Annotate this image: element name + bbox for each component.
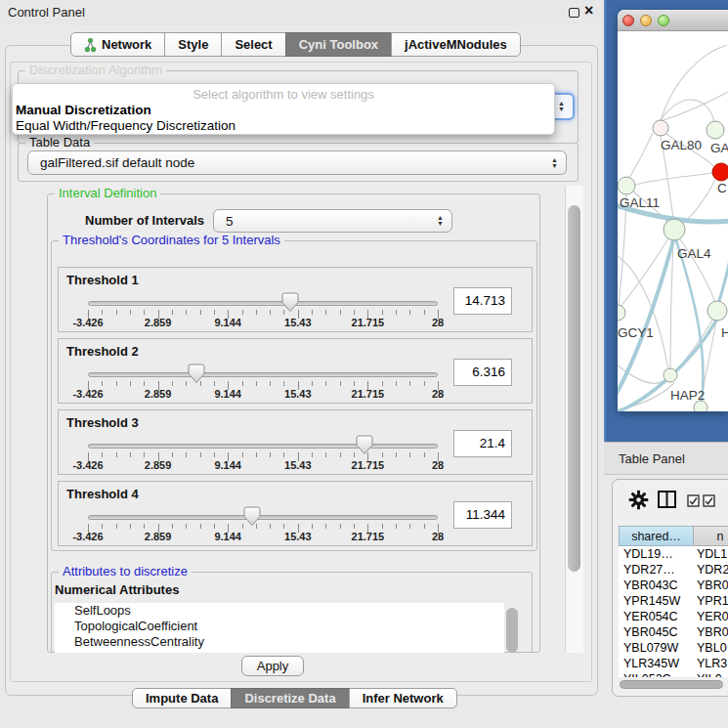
slider-handle[interactable] [356, 435, 373, 455]
algorithm-option-equal-width-frequency[interactable]: Equal Width/Frequency Discretization [16, 118, 236, 133]
slider-handle[interactable] [281, 292, 299, 313]
network-node-gcy1[interactable] [618, 305, 625, 321]
control-panel: Control Panel × NetworkStyleSelectCyni T… [0, 0, 604, 728]
axis-tick [312, 524, 313, 529]
axis-tick [354, 381, 355, 386]
table-data-select[interactable]: galFiltered.sif default node ▲▼ [27, 150, 567, 175]
panel-scrollbar-thumb[interactable] [568, 205, 580, 572]
table-row[interactable]: YBR043CYBR0 [619, 578, 728, 593]
tab-jactivemnodules[interactable]: jActiveMNodules [391, 32, 521, 57]
slider-track[interactable] [88, 372, 438, 377]
table-cell: YER0 [694, 609, 728, 624]
table-row[interactable]: YBL079WYBL0 [619, 640, 728, 656]
network-node-gal11[interactable] [618, 177, 635, 194]
axis-tick [382, 524, 383, 529]
axis-tick [256, 381, 257, 386]
spinner-arrows-icon[interactable]: ▲▼ [437, 215, 444, 227]
checkbox-checked-icon[interactable] [687, 494, 700, 507]
numerical-attributes-list: SelfLoopsTopologicalCoefficientBetweenne… [55, 603, 504, 653]
slider-handle[interactable] [188, 364, 205, 384]
tab-label: jActiveMNodules [405, 37, 507, 52]
axis-tick [325, 381, 326, 386]
split-panel-icon[interactable] [657, 490, 677, 509]
table-cell: YBR043C [619, 578, 694, 593]
axis-tick [409, 310, 410, 315]
tab-impute-data[interactable]: Impute Data [132, 688, 232, 708]
axis-tick [130, 452, 131, 457]
axis-tick-label: 9.144 [204, 388, 251, 400]
spinner-arrows-icon[interactable]: ▲▼ [558, 101, 565, 112]
network-node-h[interactable] [707, 301, 727, 321]
column-header-shared[interactable]: shared… [619, 526, 694, 546]
table-row[interactable]: YIL052CYIL0 [619, 671, 728, 677]
table-row[interactable]: YDL19…YDL1 [619, 546, 728, 562]
checkbox-checked-icon[interactable] [703, 494, 715, 507]
tab-cyni-toolbox[interactable]: Cyni Toolbox [285, 32, 392, 57]
table-hscrollbar[interactable] [619, 680, 728, 690]
spinner-arrows-icon[interactable]: ▲▼ [551, 157, 558, 169]
algorithm-option-manual-discretization[interactable]: Manual Discretization [16, 103, 151, 117]
network-node-hap2[interactable] [664, 368, 677, 382]
table-cell: YDL1 [694, 546, 728, 562]
axis-tick [256, 310, 257, 315]
axis-tick [102, 524, 103, 529]
table-row[interactable]: YDR27…YDR2 [619, 562, 728, 578]
network-canvas[interactable]: GAL80GACGAL11GAL4GCY1HHAP2 [618, 31, 728, 411]
tab-infer-network[interactable]: Infer Network [349, 688, 457, 708]
node-label: GA [710, 141, 728, 155]
scrollbar-thumb[interactable] [506, 608, 518, 653]
threshold-value-field[interactable]: 11.344 [453, 501, 512, 529]
table-row[interactable]: YBR045CYBR0 [619, 624, 728, 640]
mac-zoom-icon[interactable] [658, 15, 669, 26]
network-node-ga[interactable] [707, 121, 724, 139]
slider-track[interactable] [88, 301, 438, 306]
slider-track[interactable] [88, 515, 438, 520]
column-header-name[interactable]: n [693, 526, 728, 546]
axis-tick-label: 2.859 [135, 388, 182, 400]
table-row[interactable]: YPR145WYPR1 [619, 593, 728, 609]
axis-tick [424, 310, 425, 315]
tab-select[interactable]: Select [221, 32, 285, 57]
slider-handle[interactable] [243, 506, 261, 527]
attribute-item[interactable]: BetweennessCentrality [55, 634, 504, 650]
axis-tick [396, 452, 397, 457]
axis-tick [283, 524, 284, 529]
attribute-item[interactable]: SelfLoops [55, 603, 504, 619]
mac-minimize-icon[interactable] [640, 15, 652, 26]
algorithm-popup-hint: Select algorithm to view settings [13, 87, 554, 102]
threshold-value-field[interactable]: 6.316 [453, 359, 512, 386]
threshold-label: Threshold 1 [66, 273, 139, 287]
attributes-list-scrollbar[interactable] [506, 608, 518, 653]
slider-track[interactable] [88, 444, 438, 449]
table-row[interactable]: YER054CYER0 [619, 609, 728, 624]
mac-close-icon[interactable] [622, 15, 634, 26]
tab-style[interactable]: Style [164, 32, 222, 57]
tab-discretize-data[interactable]: Discretize Data [231, 688, 349, 708]
network-window: GAL80GACGAL11GAL4GCY1HHAP2 [618, 10, 728, 411]
network-node-gal80[interactable] [653, 120, 668, 136]
gear-icon[interactable] [628, 490, 649, 510]
network-icon [84, 37, 97, 53]
axis-tick [116, 310, 117, 315]
table-data-selected-value: galFiltered.sif default node [40, 155, 194, 170]
network-node-c[interactable] [712, 163, 728, 181]
threshold-value-field[interactable]: 14.713 [453, 287, 512, 315]
float-window-icon[interactable] [569, 8, 579, 18]
axis-tick [130, 524, 131, 529]
table-row[interactable]: YLR345WYLR3 [619, 656, 728, 671]
close-icon[interactable]: × [584, 2, 593, 20]
network-node[interactable] [694, 401, 707, 411]
attribute-item[interactable]: TopologicalCoefficient [55, 619, 504, 634]
discretization-algorithm-group-title: Discretization Algorithm [25, 63, 166, 77]
tab-network[interactable]: Network [70, 32, 165, 57]
network-window-titlebar[interactable] [618, 10, 728, 31]
table-cell: YBL0 [694, 640, 728, 656]
axis-tick [312, 452, 313, 457]
table-header: shared… n [619, 526, 728, 546]
apply-button[interactable]: Apply [241, 656, 304, 676]
node-label: GAL80 [661, 138, 702, 152]
number-of-intervals-spinner[interactable]: 5 ▲▼ [213, 209, 452, 233]
scrollbar-thumb[interactable] [620, 680, 723, 689]
threshold-value-field[interactable]: 21.4 [453, 430, 512, 457]
network-node-gal4[interactable] [664, 219, 685, 240]
